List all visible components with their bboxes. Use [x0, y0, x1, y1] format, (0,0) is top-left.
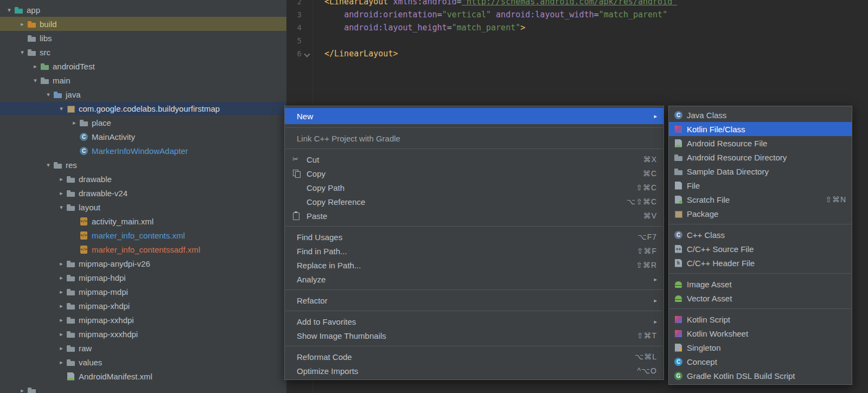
- tree-item-raw[interactable]: ▸raw: [0, 341, 286, 355]
- submenu-item-gradle-kotlin-dsl-build-script[interactable]: GGradle Kotlin DSL Build Script: [669, 369, 852, 383]
- tree-item-java[interactable]: ▾java: [0, 87, 286, 101]
- tree-item-src[interactable]: ▾src: [0, 45, 286, 59]
- menu-item-copy-reference[interactable]: Copy Reference⌥⇧⌘C: [285, 195, 663, 209]
- submenu-item-sample-data-directory[interactable]: Sample Data Directory: [669, 164, 852, 178]
- menu-item-find-in-path[interactable]: Find in Path...⇧⌘F: [285, 244, 663, 258]
- submenu-item-vector-asset[interactable]: Vector Asset: [669, 291, 852, 305]
- tree-item-mipmap-xxxhdpi[interactable]: ▸mipmap-xxxhdpi: [0, 327, 286, 341]
- code-line: 3 android:orientation="vertical" android…: [286, 8, 868, 21]
- chevron-right-icon[interactable]: ▸: [30, 63, 40, 70]
- chevron-right-icon[interactable]: ▸: [69, 119, 79, 126]
- chevron-down-icon[interactable]: ▾: [56, 204, 66, 211]
- submenu-item-android-resource-directory[interactable]: Android Resource Directory: [669, 150, 852, 164]
- submenu-item-concept[interactable]: CConcept: [669, 355, 852, 369]
- chevron-down-icon[interactable]: ▾: [17, 49, 27, 56]
- menu-item-new[interactable]: New▸: [285, 108, 663, 124]
- menu-item-paste[interactable]: Paste⌘V: [285, 209, 663, 223]
- tree-item-res[interactable]: ▾res: [0, 158, 286, 172]
- tree-item-values[interactable]: ▸values: [0, 355, 286, 369]
- menu-item-link-c-project-with-gradle[interactable]: Link C++ Project with Gradle: [285, 131, 663, 145]
- tree-item-mipmap-anydpi-v26[interactable]: ▸mipmap-anydpi-v26: [0, 256, 286, 270]
- chevron-down-icon[interactable]: ▾: [4, 7, 14, 14]
- menu-item-label: Show Image Thumbnails: [297, 331, 386, 340]
- tree-item-activity-main-xml[interactable]: </>activity_main.xml: [0, 214, 286, 228]
- submenu-item-package[interactable]: Package: [669, 207, 852, 221]
- chevron-down-icon[interactable]: ▾: [56, 105, 66, 112]
- code-token: </LinearLayout>: [324, 49, 398, 59]
- submenu-item-singleton[interactable]: Singleton: [669, 340, 852, 355]
- chevron-right-icon[interactable]: ▸: [56, 359, 66, 366]
- submenu-item-label: Concept: [687, 357, 717, 366]
- chevron-right-icon[interactable]: ▸: [17, 21, 27, 28]
- chevron-down-icon[interactable]: ▾: [43, 162, 53, 169]
- tree-item-place[interactable]: ▸place: [0, 115, 286, 130]
- tree-item-marker-info-contents-xml[interactable]: </>marker_info_contents.xml: [0, 228, 286, 242]
- tree-item-label: MarkerInfoWindowAdapter: [92, 146, 188, 156]
- kotlin-class-icon: C: [79, 146, 88, 156]
- tree-item-app[interactable]: ▾app: [0, 3, 286, 17]
- chevron-right-icon[interactable]: ▸: [17, 387, 27, 393]
- tree-item-mipmap-xhdpi[interactable]: ▸mipmap-xhdpi: [0, 299, 286, 313]
- chevron-right-icon[interactable]: ▸: [56, 302, 66, 310]
- tree-item-drawable[interactable]: ▸drawable: [0, 172, 286, 186]
- android-icon: [674, 294, 683, 303]
- submenu-item-kotlin-worksheet[interactable]: Kotlin Worksheet: [669, 326, 852, 340]
- chevron-right-icon[interactable]: ▸: [56, 345, 66, 352]
- tree-item-build[interactable]: ▸build: [0, 17, 286, 31]
- chevron-right-icon[interactable]: ▸: [56, 190, 66, 197]
- new-submenu: CJava ClassKotlin File/ClassAndroid Reso…: [668, 106, 852, 385]
- menu-item-optimize-imports[interactable]: Optimize Imports^⌥O: [285, 364, 663, 378]
- cpp-header-icon: h: [674, 259, 683, 268]
- submenu-item-kotlin-file-class[interactable]: Kotlin File/Class: [669, 122, 852, 136]
- folder-icon: [66, 175, 75, 184]
- chevron-down-icon[interactable]: ▾: [30, 77, 40, 84]
- menu-item-add-to-favorites[interactable]: Add to Favorites▸: [285, 314, 663, 328]
- submenu-item-file[interactable]: File: [669, 178, 852, 192]
- tree-item-mipmap-mdpi[interactable]: ▸mipmap-mdpi: [0, 285, 286, 299]
- submenu-item-label: C++ Class: [687, 230, 725, 240]
- tree-item-layout[interactable]: ▾layout: [0, 200, 286, 214]
- menu-item-analyze[interactable]: Analyze▸: [285, 272, 663, 286]
- tree-item-libs[interactable]: libs: [0, 31, 286, 45]
- tree-item-blank[interactable]: ▸: [0, 383, 286, 393]
- tree-item-com-google-codelabs-buildyourfirstmap[interactable]: ▾com.google.codelabs.buildyourfirstmap: [0, 101, 286, 115]
- tree-item-androidtest[interactable]: ▸androidTest: [0, 59, 286, 73]
- tree-item-main[interactable]: ▾main: [0, 73, 286, 87]
- submenu-item-c-c-header-file[interactable]: hC/C++ Header File: [669, 256, 852, 270]
- menu-item-copy-path[interactable]: Copy Path⇧⌘C: [285, 181, 663, 195]
- submenu-item-c-class[interactable]: CC++ Class: [669, 228, 852, 242]
- menu-item-show-image-thumbnails[interactable]: Show Image Thumbnails⇧⌘T: [285, 328, 663, 343]
- chevron-right-icon[interactable]: ▸: [56, 176, 66, 183]
- tree-item-androidmanifest-xml[interactable]: AndroidManifest.xml: [0, 369, 286, 383]
- tree-item-drawable-v24[interactable]: ▸drawable-v24: [0, 186, 286, 200]
- package-icon: [66, 104, 75, 113]
- chevron-right-icon[interactable]: ▸: [56, 331, 66, 338]
- tree-item-mainactivity[interactable]: CMainActivity: [0, 130, 286, 144]
- menu-item-refactor[interactable]: Refactor▸: [285, 293, 663, 307]
- tree-item-mipmap-hdpi[interactable]: ▸mipmap-hdpi: [0, 270, 286, 285]
- code-token: "vertical": [442, 10, 491, 20]
- chevron-right-icon[interactable]: ▸: [56, 260, 66, 267]
- tree-item-markerinfowindowadapter[interactable]: CMarkerInfoWindowAdapter: [0, 144, 286, 158]
- submenu-item-c-c-source-file[interactable]: ++C/C++ Source File: [669, 242, 852, 256]
- chevron-right-icon[interactable]: ▸: [56, 288, 66, 295]
- menu-item-find-usages[interactable]: Find Usages⌥F7: [285, 230, 663, 244]
- tree-item-label: app: [27, 5, 40, 15]
- submenu-item-android-resource-file[interactable]: Android Resource File: [669, 136, 852, 150]
- submenu-item-label: Kotlin Script: [687, 315, 730, 324]
- tree-item-marker-info-contentssadf-xml[interactable]: </>marker_info_contentssadf.xml: [0, 242, 286, 256]
- chevron-right-icon[interactable]: ▸: [56, 274, 66, 281]
- submenu-item-scratch-file[interactable]: Scratch File⇧⌘N: [669, 192, 852, 207]
- menu-item-copy[interactable]: Copy⌘C: [285, 166, 663, 181]
- tree-item-label: java: [66, 90, 81, 99]
- submenu-item-image-asset[interactable]: Image Asset: [669, 277, 852, 291]
- chevron-down-icon[interactable]: ▾: [43, 91, 53, 98]
- submenu-item-java-class[interactable]: CJava Class: [669, 108, 852, 122]
- menu-item-reformat-code[interactable]: Reformat Code⌥⌘L: [285, 350, 663, 364]
- chevron-right-icon[interactable]: ▸: [56, 317, 66, 324]
- line-number: 6: [286, 47, 302, 60]
- menu-item-replace-in-path[interactable]: Replace in Path...⇧⌘R: [285, 258, 663, 272]
- menu-item-cut[interactable]: Cut⌘X: [285, 152, 663, 166]
- submenu-item-kotlin-script[interactable]: Kotlin Script: [669, 312, 852, 326]
- tree-item-mipmap-xxhdpi[interactable]: ▸mipmap-xxhdpi: [0, 313, 286, 327]
